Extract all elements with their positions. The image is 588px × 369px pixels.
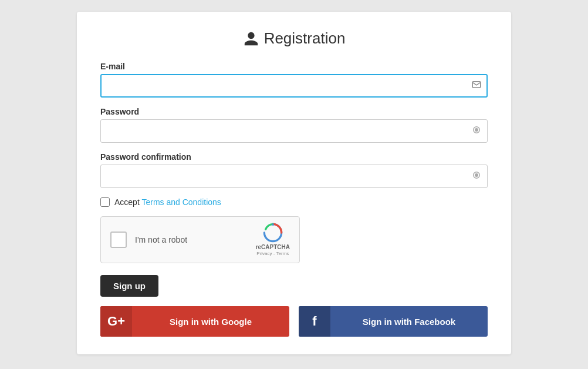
terms-label: Accept Terms and Conditions [114,197,221,207]
title-row: Registration [100,29,488,48]
svg-point-2 [475,129,478,132]
google-icon: G+ [107,314,125,329]
recaptcha-icon [262,222,283,243]
recaptcha-checkbox[interactable] [110,232,127,248]
password-field-group: Password [100,107,488,143]
password-confirmation-input[interactable] [100,165,488,188]
password-input[interactable] [100,119,488,143]
recaptcha-logo: reCAPTCHA Privacy - Terms [256,222,290,257]
email-label: E-mail [100,62,488,71]
google-signin-button[interactable]: G+ Sign in with Google [100,306,289,337]
svg-point-4 [475,174,478,177]
email-field-group: E-mail [100,62,488,98]
recaptcha-label: I'm not a robot [135,235,250,244]
page-title: Registration [264,29,346,48]
terms-checkbox[interactable] [100,197,110,207]
email-input[interactable] [100,74,488,98]
password-confirmation-input-wrapper [100,165,488,188]
facebook-icon: f [312,314,316,329]
password-icon[interactable] [471,125,482,137]
google-icon-box: G+ [100,306,132,337]
terms-row: Accept Terms and Conditions [100,197,488,207]
recaptcha-box[interactable]: I'm not a robot reCAPTCHA Privacy - Term… [100,216,300,263]
recaptcha-brand: reCAPTCHA Privacy - Terms [256,243,290,257]
google-button-label: Sign in with Google [132,317,289,327]
signup-button[interactable]: Sign up [100,275,158,297]
registration-card: Registration E-mail Password [77,12,511,354]
social-buttons-row: G+ Sign in with Google f Sign in with Fa… [100,306,488,337]
password-label: Password [100,107,488,116]
email-input-wrapper [100,74,488,98]
password-confirmation-label: Password confirmation [100,152,488,162]
facebook-icon-box: f [299,306,330,337]
facebook-button-label: Sign in with Facebook [330,317,488,327]
password-confirmation-field-group: Password confirmation [100,152,488,188]
password-input-wrapper [100,119,488,143]
password-confirmation-icon[interactable] [471,170,482,183]
terms-link[interactable]: Terms and Conditions [141,197,221,207]
user-icon [243,31,259,47]
facebook-signin-button[interactable]: f Sign in with Facebook [299,306,488,337]
email-icon [471,79,482,92]
